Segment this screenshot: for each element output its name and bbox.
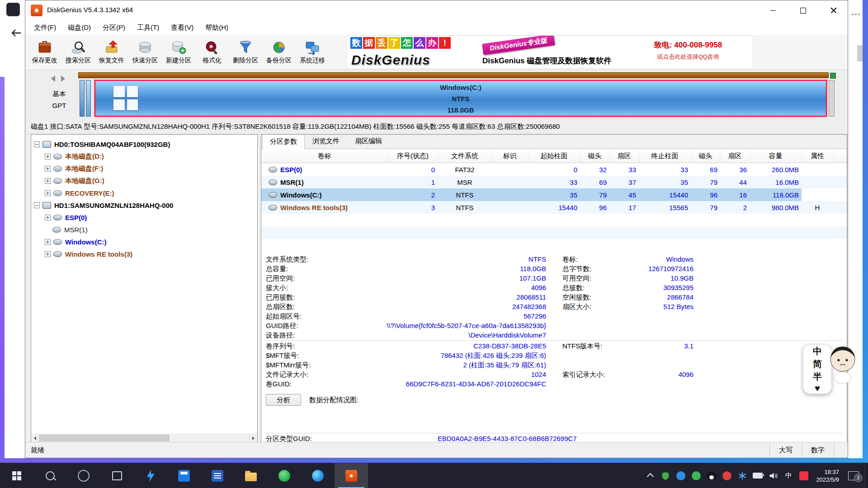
caps-indicator: 大写 [769,442,802,458]
next-disk-arrow-icon[interactable] [61,75,65,82]
column-header[interactable]: 扇区 [720,149,750,163]
column-header[interactable]: 磁头 [580,149,609,163]
tree-item-hd0[interactable]: HD0:TOSHIBAMQ04ABF100(932GB) [31,138,257,150]
ime-floating-widget[interactable]: 中 简 半 ♥ [803,344,832,394]
expand-icon[interactable] [45,154,51,160]
tray-app-red[interactable] [719,463,735,488]
start-button[interactable] [0,463,33,488]
column-header[interactable]: 磁头 [691,149,720,163]
action-center-button[interactable]: 2 [844,463,863,488]
table-row-windows-c-selected[interactable]: Windows(C:) 2 NTFS 35 79 45 15440 96 16 … [261,188,847,201]
recover-files-button[interactable]: 恢复文件 [95,36,128,68]
re-tools-partition-block[interactable] [829,80,835,117]
tab-browse-files[interactable]: 浏览文件 [305,134,347,149]
expand-icon[interactable] [45,251,51,257]
battery-indicator[interactable] [750,463,765,488]
back-arrow-icon[interactable] [10,28,22,40]
tree-item-recovery-e[interactable]: RECOVERY(E:) [31,187,257,199]
menu-file[interactable]: 文件(F) [28,21,62,34]
expand-icon[interactable] [45,215,51,221]
column-header[interactable]: 文件系统 [438,149,492,163]
quick-partition-button[interactable]: 快速分区 [128,36,162,68]
close-button[interactable] [818,0,849,20]
tab-partition-params[interactable]: 分区参数 [262,134,305,149]
analyze-button[interactable]: 分析 [266,394,301,406]
ad-banner[interactable]: 数 据 丢 了 怎 么 办 ! DiskGenius DiskGenius专业版… [346,35,753,69]
background-scrollbar[interactable] [857,45,863,61]
table-row-msr[interactable]: MSR(1) 1 MSR 33 69 37 35 79 44 16.0MB [261,176,847,188]
tab-sector-edit[interactable]: 扇区编辑 [347,134,390,149]
expand-icon[interactable] [45,166,51,172]
tree-item-local-d[interactable]: 本地磁盘(D:) [31,150,257,163]
tree-item-local-f[interactable]: 本地磁盘(F:) [31,163,257,175]
ad-qq-link[interactable]: 或点击此处选择QQ咨询 [627,53,749,61]
tray-sogou[interactable] [796,463,811,488]
expand-icon[interactable] [45,178,51,184]
tree-item-hd1[interactable]: HD1:SAMSUNGMZNLN128HAHQ-000 [31,199,257,211]
column-header[interactable]: 序号(状态) [388,149,438,163]
volume-indicator[interactable] [765,463,781,488]
tree-item-windows-c[interactable]: Windows(C:) [31,236,257,248]
taskbar-app-browser-360[interactable] [268,463,301,488]
scroll-left-button[interactable] [31,434,39,442]
msr-partition-block[interactable] [86,80,91,117]
tray-snowflake[interactable] [735,463,750,488]
taskbar-file-explorer[interactable] [234,463,268,488]
minimize-button[interactable] [758,0,788,20]
taskbar-app-word[interactable] [201,463,234,488]
search-partition-button[interactable]: 搜索分区 [61,36,95,68]
delete-partition-button[interactable]: 删除分区 [229,36,262,68]
expand-icon[interactable] [45,190,51,196]
column-header[interactable]: 扇区 [609,149,639,163]
taskbar-app-diskgenius-active[interactable] [335,463,368,488]
column-header[interactable]: 属性 [802,149,833,163]
tray-app-blue[interactable] [673,463,689,488]
taskbar-clock[interactable]: 18:37 2022/5/9 [811,468,844,483]
table-row-esp[interactable]: ESP(0) 0 FAT32 0 32 33 33 69 36 260.0MB [261,163,847,176]
column-header[interactable]: 标识 [492,149,528,163]
collapse-icon[interactable] [34,202,40,208]
menu-help[interactable]: 帮助(H) [199,21,234,34]
cortana-button[interactable] [67,463,100,488]
ime-indicator[interactable]: 中 [781,463,796,488]
prev-disk-arrow-icon[interactable] [51,75,55,82]
backup-partition-button[interactable]: 备份分区 [262,36,296,68]
column-header[interactable]: 容量 [750,149,802,163]
new-partition-button[interactable]: 新建分区 [162,36,195,68]
scroll-right-button[interactable] [249,434,257,442]
tray-security-shield[interactable] [658,463,673,488]
tray-app-green[interactable] [689,463,704,488]
tree-item-msr[interactable]: MSR(1) [31,224,257,236]
taskbar-app-edge[interactable] [301,463,335,488]
taskbar-app-store[interactable] [167,463,201,488]
column-header[interactable]: 起始柱面 [528,149,580,163]
collapse-icon[interactable] [34,141,40,147]
tree-item-local-g[interactable]: 本地磁盘(G:) [31,175,257,187]
show-desktop-button[interactable] [864,463,868,488]
column-header[interactable]: 终止柱面 [639,149,691,163]
windows-c-partition-block[interactable]: Windows(C:) NTFS 118.0GB [94,80,827,117]
task-view-button[interactable] [100,463,134,488]
esp-partition-block[interactable] [80,80,85,117]
menu-view[interactable]: 查看(V) [165,21,199,34]
column-header[interactable]: 卷标 [261,149,388,163]
horizontal-scrollbar[interactable] [31,434,257,442]
format-button[interactable]: 格式化 [195,36,229,68]
maximize-button[interactable] [788,0,818,20]
taskbar-app-lightning[interactable] [134,463,167,488]
table-row-windows-re[interactable]: Windows RE tools(3) 3 NTFS 15440 96 17 1… [261,201,847,214]
expand-icon[interactable] [45,239,51,245]
tray-qq[interactable] [704,463,719,488]
menu-tools[interactable]: 工具(T) [131,21,165,34]
system-migration-button[interactable]: 系统迁移 [296,36,329,68]
save-changes-button[interactable]: 保存更改 [28,36,61,68]
tree-item-esp[interactable]: ESP(0) [31,211,257,224]
menu-disk[interactable]: 磁盘(D) [62,21,97,34]
tree-item-windows-re[interactable]: Windows RE tools(3) [31,248,257,260]
scrollbar-thumb[interactable] [39,435,170,441]
menu-partition[interactable]: 分区(P) [97,21,131,34]
taskbar-search-button[interactable] [33,463,67,488]
hidden-icons-button[interactable] [642,463,658,488]
more-options-icon[interactable] [852,14,860,15]
scrollbar-track[interactable] [39,434,249,442]
